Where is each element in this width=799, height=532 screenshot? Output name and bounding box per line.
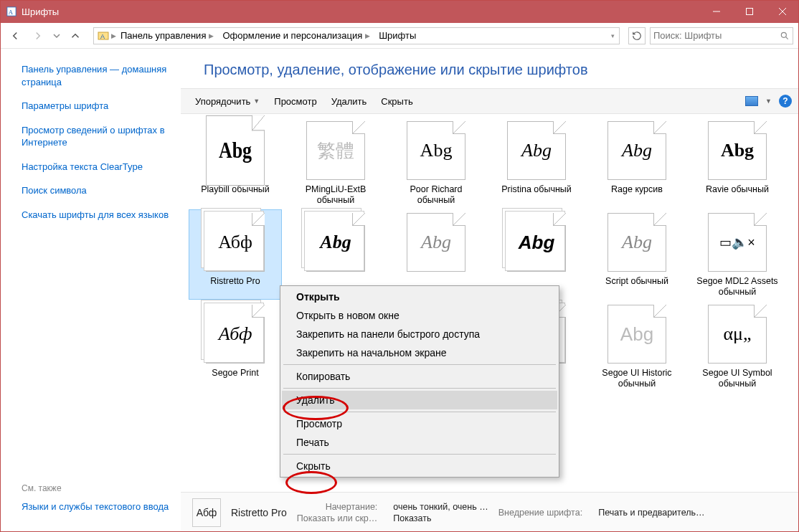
toolbar: Упорядочить ▼ Просмотр Удалить Скрыть ▼ … — [181, 88, 799, 114]
minimize-button[interactable] — [700, 0, 733, 23]
font-item[interactable]: AbgPristina обычный — [491, 118, 582, 207]
recent-dropdown[interactable] — [52, 27, 62, 45]
font-item[interactable]: ▭🔈×Segoe MDL2 Assets обычный — [691, 210, 783, 299]
font-thumb: Abg — [407, 213, 465, 272]
chevron-right-icon: ▶ — [111, 32, 116, 39]
font-thumb: Абф — [206, 305, 265, 364]
menu-hide[interactable]: Скрыть — [282, 457, 557, 475]
detail-embed-value: Печать и предваритель… — [598, 508, 704, 518]
breadcrumb[interactable]: A ▶ Панель управления▶ Оформление и перс… — [93, 27, 620, 44]
back-button[interactable] — [6, 27, 24, 45]
app-icon: A — [6, 6, 17, 17]
font-thumb: Abg — [507, 213, 566, 272]
svg-text:A: A — [100, 33, 105, 40]
menu-pin-start[interactable]: Закрепить на начальном экране — [282, 343, 557, 362]
page-title: Просмотр, удаление, отображение или скры… — [204, 62, 782, 78]
font-thumb: Abg — [306, 213, 365, 272]
help-button[interactable]: ? — [779, 95, 792, 108]
detail-font-name: Ristretto Pro — [231, 507, 287, 518]
close-button[interactable] — [766, 0, 799, 23]
sidebar-link-home[interactable]: Панель управления — домашняя страница — [22, 63, 181, 88]
detail-thumb: Абф — [192, 498, 221, 527]
refresh-button[interactable] — [628, 27, 646, 44]
menu-copy[interactable]: Копировать — [282, 367, 557, 386]
window-titlebar: A Шрифты — [0, 0, 799, 23]
font-label: Segoe UI Historic обычный — [591, 368, 683, 391]
svg-line-9 — [785, 37, 788, 39]
font-thumb: Abg — [607, 213, 666, 272]
font-item[interactable]: AbgRage курсив — [591, 118, 683, 207]
detail-face-value: очень тонкий, очень … — [393, 502, 488, 512]
font-thumb: Abg — [708, 121, 767, 180]
chevron-down-icon[interactable]: ▾ — [611, 32, 615, 39]
font-item[interactable]: АбфRistretto Pro — [189, 210, 281, 299]
detail-show-label: Показать или скр… — [297, 513, 378, 523]
window-title: Шрифты — [22, 6, 700, 17]
menu-view[interactable]: Просмотр — [282, 414, 557, 433]
sidebar-link-charmap[interactable]: Поиск символа — [22, 184, 181, 197]
search-icon — [780, 31, 790, 41]
font-label: Ristretto Pro — [209, 276, 261, 299]
breadcrumb-seg-0[interactable]: Панель управления▶ — [116, 28, 218, 44]
menu-separator — [283, 364, 556, 365]
svg-point-8 — [781, 32, 786, 37]
menu-open[interactable]: Открыть — [282, 288, 557, 306]
font-label: Ravie обычный — [704, 184, 770, 207]
toolbar-organize[interactable]: Упорядочить ▼ — [188, 89, 267, 113]
details-pane: Абф Ristretto Pro Начертание: очень тонк… — [181, 492, 799, 532]
font-item[interactable]: 繁體PMingLiU-ExtB обычный — [290, 118, 382, 207]
see-also-label: См. также — [22, 483, 181, 493]
sidebar-link-online[interactable]: Просмотр сведений о шрифтах в Интернете — [22, 124, 181, 149]
sidebar-link-params[interactable]: Параметры шрифта — [22, 100, 181, 113]
font-thumb: Abg — [206, 115, 265, 186]
up-button[interactable] — [66, 27, 85, 45]
font-thumb: Abg — [607, 305, 666, 364]
search-input[interactable] — [653, 30, 780, 41]
breadcrumb-seg-1[interactable]: Оформление и персонализация▶ — [218, 28, 374, 44]
svg-text:A: A — [9, 9, 14, 16]
font-item[interactable]: AbgRavie обычный — [691, 118, 783, 207]
context-menu: Открыть Открыть в новом окне Закрепить н… — [280, 285, 559, 478]
font-label: Pristina обычный — [500, 184, 573, 207]
menu-delete[interactable]: Удалить — [282, 391, 557, 409]
view-mode-icon[interactable] — [745, 96, 758, 106]
sidebar: Панель управления — домашняя страница Па… — [0, 49, 181, 532]
menu-separator — [283, 388, 556, 389]
font-label: Playbill обычный — [199, 184, 271, 207]
detail-face-label: Начертание: — [297, 502, 378, 512]
sidebar-link-cleartype[interactable]: Настройка текста ClearType — [22, 161, 181, 174]
font-thumb: Абф — [206, 213, 265, 272]
toolbar-delete[interactable]: Удалить — [324, 89, 374, 113]
font-thumb: αμ„ — [708, 305, 767, 364]
folder-icon: A — [97, 29, 110, 42]
sidebar-link-langservices[interactable]: Языки и службы текстового ввода — [22, 500, 181, 513]
font-label: Poor Richard обычный — [390, 184, 482, 207]
menu-print[interactable]: Печать — [282, 433, 557, 452]
font-item[interactable]: AbgPlaybill обычный — [189, 118, 281, 207]
toolbar-view[interactable]: Просмотр — [267, 89, 323, 113]
svg-rect-3 — [747, 9, 753, 15]
font-thumb: Abg — [407, 121, 465, 180]
font-thumb: 繁體 — [306, 121, 365, 180]
font-item[interactable]: AbgPoor Richard обычный — [390, 118, 482, 207]
breadcrumb-seg-2[interactable]: Шрифты — [374, 28, 420, 44]
font-item[interactable]: АбфSegoe Print — [189, 302, 281, 391]
font-label: Rage курсив — [610, 184, 664, 207]
font-item[interactable]: αμ„Segoe UI Symbol обычный — [691, 302, 783, 391]
maximize-button[interactable] — [733, 0, 766, 23]
menu-separator — [283, 412, 556, 412]
font-item[interactable]: AbgSegoe UI Historic обычный — [591, 302, 683, 391]
detail-embed-label: Внедрение шрифта: — [498, 508, 582, 518]
forward-button[interactable] — [29, 27, 47, 45]
font-label: PMingLiU-ExtB обычный — [290, 184, 382, 207]
toolbar-hide[interactable]: Скрыть — [374, 89, 420, 113]
search-box[interactable] — [650, 27, 793, 44]
menu-open-new-window[interactable]: Открыть в новом окне — [282, 306, 557, 325]
view-mode-dropdown[interactable]: ▼ — [765, 98, 772, 105]
font-item[interactable]: AbgScript обычный — [591, 210, 683, 299]
sidebar-link-download[interactable]: Скачать шрифты для всех языков — [22, 209, 181, 222]
font-thumb: Abg — [607, 121, 666, 180]
font-thumb: ▭🔈× — [708, 213, 767, 272]
menu-pin-quick-access[interactable]: Закрепить на панели быстрого доступа — [282, 325, 557, 343]
font-label: Script обычный — [604, 276, 670, 299]
